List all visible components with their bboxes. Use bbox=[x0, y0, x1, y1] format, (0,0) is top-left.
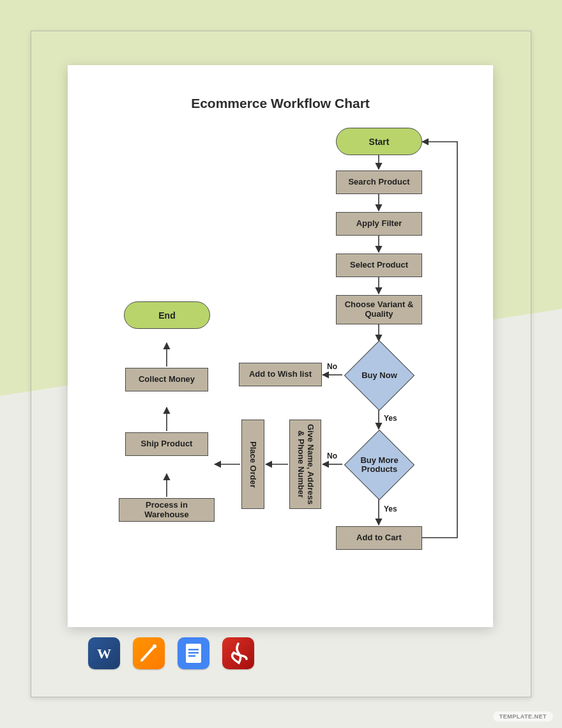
format-icons-row: W bbox=[88, 637, 254, 669]
pdf-icon bbox=[222, 637, 254, 669]
node-customer-details: Give Name, Address & Phone Number bbox=[289, 420, 321, 509]
flow-arrows bbox=[68, 65, 493, 627]
decision-buy-now: Buy Now bbox=[354, 351, 404, 400]
svg-text:W: W bbox=[97, 646, 111, 662]
node-select-product: Select Product bbox=[336, 254, 422, 277]
node-place-order: Place Order bbox=[241, 420, 264, 509]
pages-icon bbox=[133, 637, 165, 669]
node-end: End bbox=[124, 301, 210, 329]
document-page: Ecommerce Workflow Chart Start Search bbox=[68, 65, 493, 627]
svg-point-15 bbox=[153, 644, 156, 648]
label-no-2: No bbox=[327, 451, 337, 460]
svg-rect-18 bbox=[188, 652, 199, 654]
node-wishlist: Add to Wish list bbox=[239, 363, 322, 386]
label-no-1: No bbox=[327, 362, 337, 371]
node-apply-filter: Apply Filter bbox=[336, 212, 422, 236]
watermark: TEMPLATE.NET bbox=[493, 711, 553, 722]
gdocs-icon bbox=[178, 637, 209, 669]
node-add-to-cart: Add to Cart bbox=[336, 526, 422, 550]
node-search-product: Search Product bbox=[336, 171, 422, 194]
label-yes-1: Yes bbox=[384, 414, 397, 423]
node-ship-product: Ship Product bbox=[125, 432, 208, 456]
node-choose-variant: Choose Variant & Quality bbox=[336, 295, 422, 324]
label-yes-2: Yes bbox=[384, 504, 397, 513]
chart-title: Ecommerce Workflow Chart bbox=[68, 96, 493, 111]
decision-buy-more: Buy More Products bbox=[354, 440, 404, 490]
node-start: Start bbox=[336, 128, 422, 155]
svg-rect-19 bbox=[188, 655, 195, 657]
node-collect-money: Collect Money bbox=[125, 368, 208, 391]
svg-rect-17 bbox=[188, 649, 199, 651]
node-warehouse: Process in Warehouse bbox=[119, 498, 215, 522]
word-icon: W bbox=[88, 637, 120, 669]
